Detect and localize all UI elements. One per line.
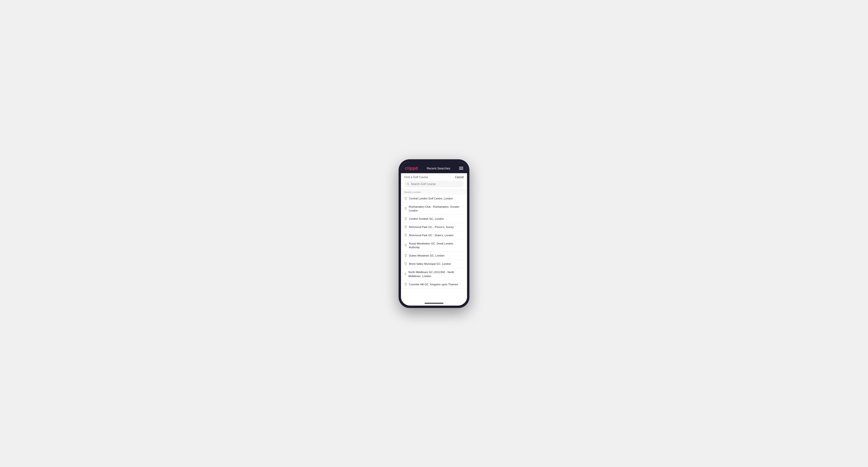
course-name: Richmond Park GC - Duke's, London <box>409 234 454 237</box>
list-item[interactable]: Roehampton Club - Roehampton, Greater Lo… <box>401 203 467 215</box>
course-name: Coombe Hill GC, Kingston upon Thames <box>409 282 458 286</box>
location-pin-icon <box>404 197 407 200</box>
find-bar: Find a Golf Course Cancel <box>401 173 467 181</box>
hamburger-menu-icon[interactable] <box>459 167 463 170</box>
search-input-wrapper <box>404 181 464 187</box>
list-item[interactable]: Richmond Park GC - Prince's, Surrey <box>401 223 467 231</box>
svg-point-0 <box>407 183 409 185</box>
course-name: North Middlesex GC (1011942 - North Midd… <box>408 270 464 278</box>
course-list: Central London Golf Centre, London Roeha… <box>401 194 467 289</box>
course-name: London Scottish GC, London <box>409 217 444 221</box>
svg-point-4 <box>405 218 406 218</box>
location-pin-icon <box>404 254 407 257</box>
phone-screen: clippd Recent Searches Find a Golf Cours… <box>401 162 467 306</box>
home-bar <box>425 303 443 304</box>
location-pin-icon <box>404 283 407 286</box>
list-item[interactable]: London Scottish GC, London <box>401 215 467 223</box>
phone-device: clippd Recent Searches Find a Golf Cours… <box>399 159 469 308</box>
search-icon <box>407 183 409 185</box>
location-pin-icon <box>404 244 407 247</box>
app-header: clippd Recent Searches <box>401 164 467 173</box>
svg-point-2 <box>405 197 406 198</box>
list-item[interactable]: North Middlesex GC (1011942 - North Midd… <box>401 268 467 280</box>
svg-point-9 <box>405 263 406 263</box>
list-item[interactable]: Brent Valley Municipal GC, London <box>401 260 467 268</box>
location-pin-icon <box>404 207 407 210</box>
app-content: Find a Golf Course Cancel Nearby courses <box>401 173 467 301</box>
home-indicator <box>401 301 467 306</box>
search-input[interactable] <box>411 182 461 186</box>
svg-line-1 <box>408 184 409 185</box>
list-item[interactable]: Royal Wimbledon GC, Great London Authori… <box>401 240 467 252</box>
nearby-label: Nearby courses <box>401 189 467 194</box>
app-logo: clippd <box>405 166 418 171</box>
location-pin-icon <box>404 262 407 266</box>
header-title: Recent Searches <box>427 166 450 170</box>
svg-point-7 <box>405 245 406 245</box>
location-pin-icon <box>404 273 407 276</box>
svg-point-10 <box>405 273 406 274</box>
svg-point-8 <box>405 255 406 255</box>
course-name: Roehampton Club - Roehampton, Greater Lo… <box>409 205 464 212</box>
list-item[interactable]: Richmond Park GC - Duke's, London <box>401 231 467 240</box>
list-item[interactable]: Coombe Hill GC, Kingston upon Thames <box>401 280 467 289</box>
course-name: Brent Valley Municipal GC, London <box>409 262 451 266</box>
cancel-button[interactable]: Cancel <box>455 176 464 179</box>
nearby-section: Nearby courses Central London Golf Centr… <box>401 189 467 301</box>
location-pin-icon <box>404 225 407 229</box>
find-label: Find a Golf Course <box>404 176 428 179</box>
course-name: Royal Wimbledon GC, Great London Authori… <box>409 242 464 249</box>
svg-point-5 <box>405 226 406 226</box>
phone-notch <box>401 162 467 164</box>
search-container <box>401 181 467 189</box>
location-pin-icon <box>404 234 407 237</box>
svg-point-6 <box>405 234 406 235</box>
course-name: Central London Golf Centre, London <box>409 196 453 200</box>
course-name: Richmond Park GC - Prince's, Surrey <box>409 225 454 229</box>
svg-point-3 <box>405 208 406 208</box>
list-item[interactable]: Central London Golf Centre, London <box>401 194 467 203</box>
list-item[interactable]: Dukes Meadows GC, London <box>401 252 467 260</box>
course-name: Dukes Meadows GC, London <box>409 254 444 257</box>
location-pin-icon <box>404 217 407 220</box>
svg-point-11 <box>405 283 406 284</box>
